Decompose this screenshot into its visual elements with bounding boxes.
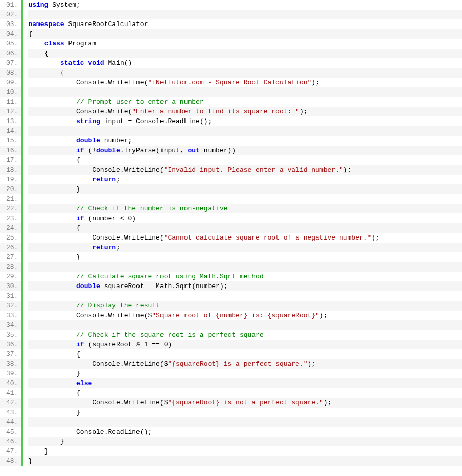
indent <box>28 370 76 377</box>
indent <box>28 438 60 445</box>
indent <box>28 282 76 290</box>
code-line[interactable] <box>28 417 462 427</box>
line-number: 08. <box>0 68 21 78</box>
code-line[interactable]: if (number < 0) <box>28 213 462 223</box>
token-punc: } <box>76 253 80 261</box>
token-kw: string <box>76 117 100 125</box>
code-line[interactable]: { <box>28 49 462 58</box>
code-line[interactable]: using System; <box>28 0 462 10</box>
token-punc: } <box>76 370 80 377</box>
code-line[interactable]: { <box>28 155 462 165</box>
indent <box>28 185 76 193</box>
code-line[interactable]: // Display the result <box>28 301 462 311</box>
token-id: System; <box>48 1 80 9</box>
code-line[interactable]: Console.WriteLine($"{squareRoot} is a pe… <box>28 359 462 369</box>
indent <box>28 205 76 212</box>
token-str: "{squareRoot} is a perfect square." <box>168 360 307 368</box>
code-line[interactable]: Console.WriteLine("Cannot calculate squa… <box>28 233 462 243</box>
code-line[interactable]: if (!double.TryParse(input, out number)) <box>28 146 462 155</box>
code-line[interactable]: if (squareRoot % 1 == 0) <box>28 340 462 349</box>
indent <box>28 273 76 280</box>
token-id: input = Console.ReadLine(); <box>100 117 212 125</box>
line-number: 01. <box>0 0 21 10</box>
token-id: ); <box>319 312 328 319</box>
token-kw: out <box>188 147 199 154</box>
line-number: 32. <box>0 301 21 311</box>
token-kw: return <box>92 244 116 251</box>
code-line[interactable]: Console.WriteLine($"Square root of {numb… <box>28 311 462 320</box>
token-com: // Calculate square root using Math.Sqrt… <box>76 273 264 280</box>
code-line[interactable]: } <box>28 456 462 466</box>
line-number: 47. <box>0 446 21 456</box>
code-line[interactable]: Console.ReadLine(); <box>28 427 462 437</box>
code-area[interactable]: using System;namespace SquareRootCalcula… <box>23 0 462 466</box>
token-punc: { <box>76 156 80 164</box>
code-line[interactable]: double number; <box>28 136 462 146</box>
code-line[interactable]: double squareRoot = Math.Sqrt(number); <box>28 281 462 291</box>
line-number: 15. <box>0 136 21 146</box>
code-line[interactable]: // Check if the number is non-negative <box>28 204 462 213</box>
code-line[interactable] <box>28 194 462 204</box>
code-line[interactable]: } <box>28 184 462 194</box>
indent <box>28 302 76 310</box>
code-line[interactable]: } <box>28 437 462 446</box>
indent <box>28 50 44 57</box>
token-kw: if <box>76 341 84 348</box>
code-line[interactable]: } <box>28 369 462 378</box>
token-id: Console.WriteLine($ <box>76 312 152 319</box>
code-line[interactable]: { <box>28 349 462 359</box>
line-number: 20. <box>0 184 21 194</box>
line-number: 38. <box>0 359 21 369</box>
code-line[interactable]: return; <box>28 175 462 184</box>
token-id: Program <box>64 40 96 47</box>
code-line[interactable]: } <box>28 446 462 456</box>
code-line[interactable]: // Check if the square root is a perfect… <box>28 330 462 340</box>
code-line[interactable]: Console.WriteLine("Invalid input. Please… <box>28 165 462 175</box>
line-number: 11. <box>0 97 21 107</box>
line-number: 13. <box>0 116 21 126</box>
code-line[interactable] <box>28 262 462 272</box>
code-line[interactable]: // Prompt user to enter a number <box>28 97 462 107</box>
token-kw: if <box>76 147 84 154</box>
token-id: Console.WriteLine($ <box>92 399 168 407</box>
token-kw: double <box>76 137 100 145</box>
code-line[interactable]: } <box>28 408 462 417</box>
indent <box>28 234 92 242</box>
token-punc: { <box>76 224 80 232</box>
code-line[interactable]: } <box>28 252 462 262</box>
code-line[interactable]: class Program <box>28 39 462 49</box>
indent <box>28 215 76 222</box>
code-line[interactable]: { <box>28 223 462 233</box>
code-line[interactable]: Console.WriteLine("iNetTutor.com - Squar… <box>28 78 462 87</box>
code-line[interactable]: static void Main() <box>28 58 462 68</box>
code-line[interactable] <box>28 320 462 330</box>
code-line[interactable] <box>28 126 462 136</box>
line-number: 25. <box>0 233 21 243</box>
code-line[interactable]: { <box>28 29 462 39</box>
indent <box>28 59 60 67</box>
token-kw: double <box>96 147 120 154</box>
indent <box>28 69 60 77</box>
line-number: 40. <box>0 378 21 388</box>
code-line[interactable]: Console.Write("Enter a number to find it… <box>28 107 462 116</box>
code-line[interactable]: string input = Console.ReadLine(); <box>28 116 462 126</box>
line-number: 16. <box>0 146 21 155</box>
line-number: 36. <box>0 340 21 349</box>
line-number: 39. <box>0 369 21 378</box>
code-line[interactable] <box>28 291 462 301</box>
code-line[interactable]: else <box>28 378 462 388</box>
code-line[interactable]: Console.WriteLine($"{squareRoot} is not … <box>28 398 462 408</box>
code-line[interactable]: { <box>28 388 462 398</box>
code-line[interactable]: namespace SquareRootCalculator <box>28 19 462 29</box>
code-line[interactable]: // Calculate square root using Math.Sqrt… <box>28 272 462 281</box>
token-id: number)) <box>200 147 236 154</box>
code-line[interactable]: return; <box>28 243 462 252</box>
code-line[interactable]: { <box>28 68 462 78</box>
line-number: 29. <box>0 272 21 281</box>
code-line[interactable] <box>28 87 462 97</box>
code-line[interactable] <box>28 10 462 19</box>
token-id: ); <box>308 360 316 368</box>
token-str: "Square root of {number} is: {squareRoot… <box>152 312 319 319</box>
token-id: ); <box>371 234 379 242</box>
token-kw: using <box>28 1 48 9</box>
